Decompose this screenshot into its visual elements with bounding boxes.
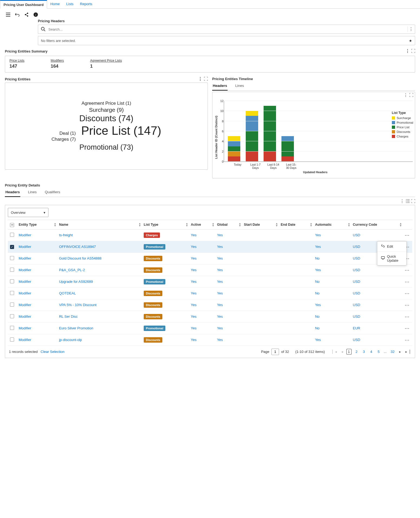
- cell-name[interactable]: Euro Silver Promotion: [59, 326, 93, 330]
- cell-active[interactable]: Yes: [191, 280, 196, 284]
- cell-name[interactable]: P&A_GSA_PL-2: [59, 268, 85, 272]
- cell-ccy[interactable]: USD: [353, 314, 360, 319]
- col-end-date[interactable]: End Date▴▾: [278, 220, 313, 230]
- page-1[interactable]: 1: [346, 349, 352, 355]
- cell-auto[interactable]: No: [315, 256, 320, 260]
- row-checkbox[interactable]: [10, 279, 14, 283]
- view-select[interactable]: Overview ▾: [8, 208, 48, 217]
- share-icon[interactable]: [24, 12, 29, 17]
- wc-promotional[interactable]: Promotional (73): [79, 143, 133, 152]
- favorite-icon[interactable]: ★: [409, 39, 412, 43]
- cell-auto[interactable]: Yes: [315, 245, 321, 249]
- cell-auto[interactable]: Yes: [315, 338, 321, 342]
- summary-pricelists[interactable]: Price Lists 147: [5, 56, 30, 72]
- timeline-tab-headers[interactable]: Headers: [212, 82, 228, 91]
- ctx-edit[interactable]: Edit: [377, 241, 406, 251]
- last-page-icon[interactable]: ▸▕: [404, 350, 411, 354]
- cell-name[interactable]: ts-freight: [59, 233, 73, 237]
- cell-auto[interactable]: No: [315, 280, 320, 284]
- entities-options-icon[interactable]: ⋮: [198, 77, 202, 81]
- cell-name[interactable]: RL Ser Disc: [59, 314, 78, 319]
- row-actions-icon[interactable]: ⋯: [405, 302, 410, 308]
- col-start-date[interactable]: Start Date▴▾: [242, 220, 278, 230]
- wc-deal[interactable]: Deal (1): [59, 131, 76, 136]
- cell-entity[interactable]: Modifier: [19, 280, 31, 284]
- cell-active[interactable]: Yes: [191, 314, 196, 319]
- undo-icon[interactable]: [15, 12, 20, 17]
- cell-name[interactable]: VPA 5% - 10% Discount: [59, 303, 97, 307]
- row-actions-icon[interactable]: ⋯: [405, 291, 410, 296]
- cell-global[interactable]: Yes: [217, 303, 223, 307]
- cell-ccy[interactable]: USD: [353, 303, 360, 307]
- page-input[interactable]: [271, 349, 279, 355]
- row-actions-icon[interactable]: ⋯: [405, 267, 410, 273]
- row-checkbox[interactable]: [10, 268, 14, 272]
- row-checkbox[interactable]: ✓: [10, 245, 14, 249]
- cell-ccy[interactable]: USD: [353, 338, 360, 342]
- wc-surcharge[interactable]: Surcharge (9): [89, 107, 124, 113]
- cell-active[interactable]: Yes: [191, 268, 196, 272]
- ctx-quick-update[interactable]: Quick Update: [377, 251, 406, 265]
- columns-icon[interactable]: [406, 199, 410, 204]
- cell-active[interactable]: Yes: [191, 233, 196, 237]
- row-actions-icon[interactable]: ⋯: [405, 337, 410, 343]
- cell-entity[interactable]: Modifier: [19, 326, 31, 330]
- row-actions-icon[interactable]: ⋯: [405, 279, 410, 284]
- legend-item[interactable]: Price List: [392, 126, 413, 129]
- bar-today[interactable]: [228, 136, 240, 162]
- cell-global[interactable]: Yes: [217, 338, 223, 342]
- legend-item[interactable]: Promotional: [392, 121, 413, 124]
- cell-ccy[interactable]: USD: [353, 256, 360, 260]
- wc-discounts[interactable]: Discounts (74): [79, 114, 133, 123]
- col-automatic[interactable]: Automatic▴▾: [313, 220, 351, 230]
- col-currency[interactable]: Currency Code▴▾: [351, 220, 402, 230]
- wc-charges[interactable]: Charges (7): [51, 137, 76, 142]
- row-checkbox[interactable]: [10, 337, 14, 342]
- cell-auto[interactable]: No: [315, 326, 320, 330]
- cell-auto[interactable]: Yes: [315, 268, 321, 272]
- row-checkbox[interactable]: [10, 303, 14, 307]
- clear-selection[interactable]: Clear Selection: [41, 350, 64, 354]
- cell-global[interactable]: Yes: [217, 291, 223, 295]
- bar-last-1-7-days[interactable]: [246, 111, 258, 162]
- row-actions-icon[interactable]: ⋯: [405, 314, 410, 319]
- cell-name[interactable]: Upgrade for AS92689: [59, 280, 93, 284]
- row-checkbox[interactable]: [10, 291, 14, 295]
- grid-options-icon[interactable]: ⋮: [400, 199, 404, 204]
- cell-active[interactable]: Yes: [191, 326, 196, 330]
- cell-entity[interactable]: Modifier: [19, 256, 31, 260]
- page-3[interactable]: 3: [362, 349, 366, 354]
- cell-entity[interactable]: Modifier: [19, 314, 31, 319]
- search-icon[interactable]: [41, 27, 46, 32]
- cell-global[interactable]: Yes: [217, 326, 223, 330]
- summary-agreements[interactable]: Agreement Price Lists 1: [86, 56, 127, 72]
- summary-modifiers[interactable]: Modifiers 164: [46, 56, 69, 72]
- legend-item[interactable]: Discounts: [392, 130, 413, 133]
- tab-dashboard[interactable]: Pricing User Dashboard: [0, 0, 47, 9]
- cell-auto[interactable]: No: [315, 291, 320, 295]
- select-all-checkbox[interactable]: [10, 223, 14, 227]
- col-name[interactable]: Name▴▾: [57, 220, 142, 230]
- page-4[interactable]: 4: [369, 349, 373, 354]
- cell-entity[interactable]: Modifier: [19, 245, 31, 249]
- cell-ccy[interactable]: USD: [353, 268, 360, 272]
- cell-auto[interactable]: Yes: [315, 233, 321, 237]
- expand-icon[interactable]: [411, 199, 415, 204]
- cell-global[interactable]: Yes: [217, 280, 223, 284]
- tab-lists[interactable]: Lists: [63, 0, 77, 8]
- cell-ccy[interactable]: EUR: [353, 326, 360, 330]
- details-tab-lines[interactable]: Lines: [27, 188, 37, 197]
- cell-entity[interactable]: Modifier: [19, 233, 31, 237]
- search-options-icon[interactable]: ⋮: [409, 27, 413, 31]
- bar-last-15-30-days[interactable]: [281, 136, 294, 162]
- cell-name[interactable]: OFFINVOICE AS18947: [59, 245, 96, 249]
- tab-reports[interactable]: Reports: [77, 0, 96, 8]
- cell-auto[interactable]: No: [315, 314, 320, 319]
- cell-global[interactable]: Yes: [217, 256, 223, 260]
- row-actions-icon[interactable]: ⋯: [405, 326, 410, 331]
- wc-agreement[interactable]: Agreement Price List (1): [81, 101, 131, 106]
- cell-active[interactable]: Yes: [191, 291, 196, 295]
- row-checkbox[interactable]: [10, 314, 14, 318]
- expand-icon[interactable]: [204, 77, 208, 81]
- cell-active[interactable]: Yes: [191, 303, 196, 307]
